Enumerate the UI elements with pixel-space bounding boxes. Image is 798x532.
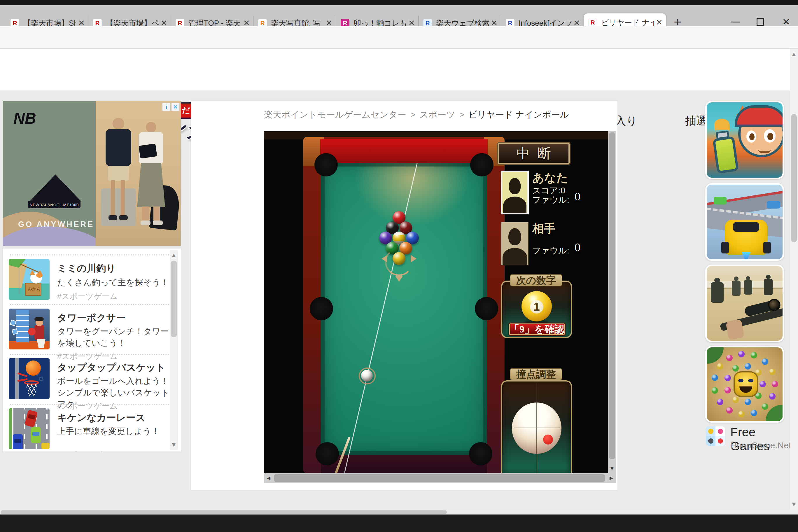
hoopgame-site[interactable]: HoopGame.Net xyxy=(730,440,791,450)
tab-close-icon[interactable]: ✕ xyxy=(656,18,663,27)
contact-point-marker[interactable] xyxy=(543,435,553,444)
ad-info-icon[interactable]: i xyxy=(162,103,171,111)
rotate-right-arrow[interactable] xyxy=(411,255,417,263)
scrollbar-thumb[interactable] xyxy=(171,261,177,337)
nb-logo: NB xyxy=(14,109,36,127)
fishing-line xyxy=(19,269,19,294)
yellow-supercar xyxy=(725,220,767,254)
ad-woman-leg xyxy=(142,207,149,222)
ad-thumb-subway-runner[interactable] xyxy=(705,101,784,179)
breadcrumb-root[interactable]: 楽天ポイントモールゲームセンター xyxy=(264,110,406,119)
ad-close-icon[interactable]: ✕ xyxy=(171,103,180,111)
marble-ball xyxy=(733,397,739,403)
player-opponent-foul-value: 0 xyxy=(566,240,581,254)
player-opponent-avatar xyxy=(501,222,529,265)
marble-ball xyxy=(717,399,723,405)
game-desc: タワーをグーパンチ！タワーを壊していこう！ xyxy=(57,325,176,349)
game-horizontal-scrollbar[interactable]: ◄ ► xyxy=(264,473,616,483)
rotate-down-arrow[interactable] xyxy=(395,276,403,282)
nav-lottery[interactable]: 抽選 xyxy=(685,113,707,128)
sidebar-scrollbar[interactable]: ▲ ▼ xyxy=(170,250,178,450)
breadcrumb-category[interactable]: スポーツ xyxy=(419,110,455,119)
scrollbar-thumb[interactable] xyxy=(1,510,447,514)
close-button[interactable]: ✕ xyxy=(782,16,790,27)
next-number-title: 次の数字 xyxy=(510,274,562,286)
ad-man-jacket xyxy=(106,129,131,166)
pocket-middle-left xyxy=(310,297,333,320)
pocket-middle-right xyxy=(475,297,498,320)
ad-thumb-marble-blast[interactable] xyxy=(705,346,784,423)
breadcrumb-current: ビリヤード ナインボール xyxy=(469,110,569,119)
game-title[interactable]: タワーボクサー xyxy=(57,311,126,325)
hoopgame-logo[interactable] xyxy=(706,426,725,446)
ad-thumb-sniper[interactable] xyxy=(705,265,784,342)
cue-ball[interactable] xyxy=(361,370,373,381)
ad-thumb-car-stunt[interactable] xyxy=(705,183,784,261)
lane-line xyxy=(24,408,25,449)
pause-button[interactable]: 中断 xyxy=(498,143,570,164)
board-arm xyxy=(18,373,27,377)
scroll-up-icon[interactable]: ▲ xyxy=(170,251,178,259)
game-desc: 上手に車線を変更しよう！ xyxy=(57,425,176,437)
hex-deco xyxy=(39,377,44,381)
marble-ball xyxy=(762,403,768,410)
minimize-button[interactable] xyxy=(731,22,740,22)
sidebar-game-list: みかん ミミの川釣り たくさん釣って主を探そう！ #スポーツゲーム xyxy=(3,248,181,452)
marble-ball xyxy=(712,375,718,381)
page-vertical-scrollbar[interactable]: ▲ ▼ xyxy=(790,49,798,510)
scroll-up-icon[interactable]: ▲ xyxy=(790,51,798,58)
ad-left-panel: NB NEWBALANCE | MT1000 GO ANYWHERE xyxy=(3,101,96,246)
scrollbar-thumb[interactable] xyxy=(274,474,605,482)
ad-man-leg xyxy=(121,180,125,215)
scrollbar-thumb[interactable] xyxy=(791,114,797,242)
marble-ball xyxy=(726,355,733,361)
scroll-down-icon[interactable]: ▼ xyxy=(608,463,616,473)
scrollbar-thumb[interactable] xyxy=(609,132,615,459)
rotation-arc[interactable] xyxy=(385,248,413,276)
crosshair-horizontal xyxy=(514,428,560,428)
ball-number: 1 xyxy=(530,300,544,314)
ad-man-shoe xyxy=(109,215,117,220)
green-car xyxy=(31,427,41,443)
hoop-pole xyxy=(15,358,19,399)
game-title[interactable]: タップタップバスケット xyxy=(57,361,166,374)
falling-tile xyxy=(10,319,16,326)
scroll-left-icon[interactable]: ◄ xyxy=(265,473,272,483)
site-header: ミニゲーム盛りだくさん！ ゲームセンター ホーム ミッション一覧 新着ゲーム プ… xyxy=(0,49,790,90)
scroll-right-icon[interactable]: ► xyxy=(608,473,615,483)
fishing-game-thumbnail: みかん xyxy=(9,259,50,300)
pocket-top-left xyxy=(315,153,338,176)
ad-woman-leg xyxy=(153,207,160,222)
scroll-down-icon[interactable]: ▼ xyxy=(170,441,178,449)
scroll-down-icon[interactable]: ▼ xyxy=(790,500,798,508)
maximize-button[interactable] xyxy=(757,18,764,26)
rotate-left-arrow[interactable] xyxy=(381,255,387,263)
blue-car xyxy=(13,434,23,449)
ad-tagline: GO ANYWHERE xyxy=(18,220,94,229)
basketball xyxy=(26,361,41,376)
confirm-nine-button[interactable]: 「9」を確認 xyxy=(508,323,566,336)
hoop-rim xyxy=(24,380,39,385)
divider xyxy=(10,304,174,305)
ad-woman-head xyxy=(146,122,156,132)
marble-ball xyxy=(724,375,731,381)
tower xyxy=(16,310,29,342)
game-vertical-scrollbar[interactable]: ▼ xyxy=(608,131,616,473)
marble-ball xyxy=(751,410,757,416)
ad-woman-shoe xyxy=(140,221,151,225)
ad-banner-newbalance[interactable]: NB NEWBALANCE | MT1000 GO ANYWHERE i ✕ xyxy=(3,101,181,246)
table-bottom-rail xyxy=(321,455,487,473)
marble-ball xyxy=(772,381,778,387)
marble-ball xyxy=(751,352,757,359)
player-you-avatar xyxy=(501,171,529,214)
boxer-cap xyxy=(34,317,44,321)
marble-ball xyxy=(760,381,766,387)
billiards-game-canvas[interactable]: 中断 あなた スコア:0 ファウル: 0 相手 ファウル: 0 次の数字 1 「… xyxy=(264,131,608,473)
game-title[interactable]: ミミの川釣り xyxy=(57,262,116,275)
game-title[interactable]: キケンなカーレース xyxy=(57,411,145,424)
pocket-bottom-left xyxy=(316,442,339,466)
page-horizontal-scrollbar[interactable] xyxy=(0,510,798,514)
boxer-body xyxy=(34,325,44,340)
marble-ball xyxy=(745,399,751,405)
mikan-box: みかん xyxy=(25,283,41,296)
